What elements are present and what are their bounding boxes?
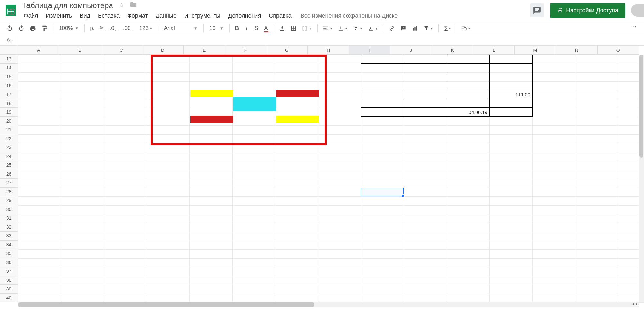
column-header-M[interactable]: M [515,46,556,54]
sheets-logo[interactable] [3,2,19,19]
cell-K19[interactable]: 04.06.19 [447,108,489,117]
select-all-corner[interactable] [0,46,18,55]
horizontal-scroll-thumb[interactable] [18,302,314,307]
row-header-31[interactable]: 31 [0,214,18,223]
row-header-39[interactable]: 39 [0,285,18,294]
row-header-26[interactable]: 26 [0,170,18,179]
print-button[interactable] [28,23,38,33]
column-header-A[interactable]: A [18,46,59,54]
row-header-13[interactable]: 13 [0,55,18,64]
column-header-G[interactable]: G [266,46,308,54]
more-formats-button[interactable]: 123▼ [138,23,155,33]
merge-cells-button[interactable]: ▼ [300,23,314,33]
collapse-toolbar-button[interactable]: ˆ [630,25,639,32]
menu-view[interactable]: Вид [76,12,93,20]
vertical-scrollbar[interactable] [639,55,644,302]
row-header-33[interactable]: 33 [0,232,18,241]
column-header-D[interactable]: D [142,46,183,54]
save-status[interactable]: Все изменения сохранены на Диске [301,13,398,19]
text-rotation-button[interactable]: ▼ [366,23,380,33]
row-header-18[interactable]: 18 [0,99,18,108]
scroll-right-button[interactable]: ▸ [635,302,639,307]
row-header-36[interactable]: 36 [0,258,18,267]
column-header-F[interactable]: F [225,46,266,54]
row-header-37[interactable]: 37 [0,267,18,276]
menu-insert[interactable]: Вставка [95,12,123,20]
comments-button[interactable] [530,3,544,17]
column-header-B[interactable]: B [59,46,101,54]
borders-button[interactable] [289,23,298,33]
column-header-E[interactable]: E [184,46,225,54]
cell-L17[interactable]: 111,00 [489,90,532,99]
increase-decimal-button[interactable]: .00→ [121,23,136,33]
font-size-select[interactable]: 10▼ [207,25,226,32]
decrease-decimal-button[interactable]: .0← [108,23,120,33]
font-family-select[interactable]: Arial▼ [161,25,200,32]
vertical-align-button[interactable]: ▼ [336,23,350,33]
paint-format-button[interactable] [39,23,50,33]
zoom-select[interactable]: 100%▼ [56,25,81,32]
row-header-28[interactable]: 28 [0,188,18,197]
vertical-scroll-thumb[interactable] [639,55,643,158]
format-percent-button[interactable]: % [98,23,107,33]
column-header-O[interactable]: O [598,46,639,54]
folder-icon[interactable] [130,1,137,10]
account-avatar[interactable] [631,4,644,17]
menu-format[interactable]: Формат [124,12,151,20]
row-header-38[interactable]: 38 [0,276,18,285]
insert-link-button[interactable] [387,23,397,33]
menu-help[interactable]: Справка [265,12,295,20]
row-header-23[interactable]: 23 [0,143,18,152]
row-header-30[interactable]: 30 [0,205,18,214]
menu-edit[interactable]: Изменить [43,12,75,20]
menu-addons[interactable]: Дополнения [225,12,264,20]
row-header-22[interactable]: 22 [0,134,18,143]
formula-input[interactable] [18,36,644,45]
column-header-H[interactable]: H [308,46,349,54]
row-header-21[interactable]: 21 [0,125,18,134]
row-header-19[interactable]: 19 [0,108,18,117]
row-header-17[interactable]: 17 [0,90,18,99]
horizontal-align-button[interactable]: ▼ [321,23,335,33]
menu-file[interactable]: Файл [21,12,41,20]
text-color-button[interactable]: A [262,23,270,33]
column-header-N[interactable]: N [556,46,597,54]
italic-button[interactable]: I [243,23,251,33]
functions-button[interactable]: Σ▾ [442,23,452,33]
row-header-24[interactable]: 24 [0,152,18,161]
insert-chart-button[interactable] [410,23,420,33]
row-header-32[interactable]: 32 [0,223,18,232]
menu-data[interactable]: Данные [152,12,180,20]
column-header-K[interactable]: K [432,46,473,54]
fill-color-button[interactable] [277,23,287,33]
column-header-I[interactable]: I [349,46,390,54]
row-header-14[interactable]: 14 [0,64,18,73]
bold-button[interactable]: B [233,23,241,33]
row-header-34[interactable]: 34 [0,241,18,250]
row-header-40[interactable]: 40 [0,294,18,303]
row-header-16[interactable]: 16 [0,81,18,90]
cell-grid[interactable]: 111,0004.06.19 [18,55,639,302]
text-wrap-button[interactable]: ▼ [351,23,365,33]
scroll-left-button[interactable]: ◂ [631,302,635,307]
document-title[interactable]: Таблица для компьютера [21,1,113,10]
share-button[interactable]: Настройки Доступа [550,3,625,18]
horizontal-scrollbar[interactable] [18,302,631,307]
row-header-35[interactable]: 35 [0,249,18,258]
column-header-J[interactable]: J [390,46,432,54]
menu-tools[interactable]: Инструменты [181,12,224,20]
column-header-C[interactable]: C [101,46,142,54]
undo-button[interactable] [5,23,15,33]
strikethrough-button[interactable]: S [252,23,261,33]
row-header-15[interactable]: 15 [0,72,18,81]
format-currency-button[interactable]: р. [88,23,96,33]
row-header-29[interactable]: 29 [0,196,18,205]
column-header-L[interactable]: L [473,46,514,54]
input-language-button[interactable]: Ру▾ [459,23,472,33]
row-header-27[interactable]: 27 [0,179,18,188]
row-header-25[interactable]: 25 [0,161,18,170]
insert-comment-button[interactable]: + [398,23,409,33]
redo-button[interactable] [16,23,26,33]
filter-button[interactable]: ▼ [421,23,435,33]
row-header-20[interactable]: 20 [0,117,18,126]
